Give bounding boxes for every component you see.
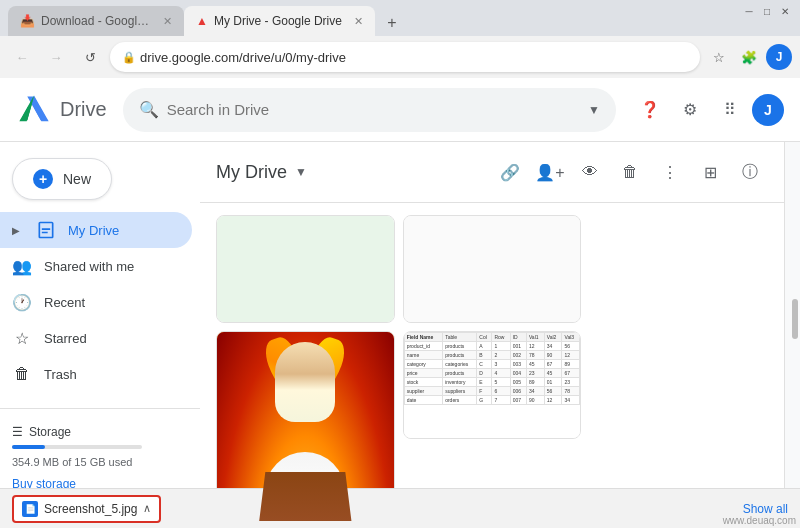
- sidebar-starred-label: Starred: [44, 331, 87, 346]
- right-panel: [784, 142, 800, 528]
- sidebar-trash-label: Trash: [44, 367, 77, 382]
- settings-button[interactable]: ⚙: [672, 92, 708, 128]
- file-card-monthly-basis[interactable]: + Monthly Basis: [216, 215, 395, 323]
- new-tab-button[interactable]: +: [379, 10, 405, 36]
- more-options-button[interactable]: ⋮: [652, 154, 688, 190]
- sidebar: + New ▶ My Drive 👥 Shared with me: [0, 142, 200, 528]
- grid-view-button[interactable]: ⊞: [692, 154, 728, 190]
- sidebar-item-recent[interactable]: 🕐 Recent: [0, 284, 192, 320]
- apps-button[interactable]: ⠿: [712, 92, 748, 128]
- trash-icon: 🗑: [12, 364, 32, 384]
- delete-button[interactable]: 🗑: [612, 154, 648, 190]
- search-bar[interactable]: 🔍 ▼: [123, 88, 616, 132]
- sidebar-item-trash[interactable]: 🗑 Trash: [0, 356, 192, 392]
- recent-icon: 🕐: [12, 292, 32, 312]
- preview-button[interactable]: 👁: [572, 154, 608, 190]
- address-bar[interactable]: 🔒 drive.google.com/drive/u/0/my-drive: [110, 42, 700, 72]
- back-button[interactable]: ←: [8, 43, 36, 71]
- new-plus-icon: +: [33, 169, 53, 189]
- help-button[interactable]: ❓: [632, 92, 668, 128]
- address-text: drive.google.com/drive/u/0/my-drive: [140, 50, 346, 65]
- file-thumb-s-rar: [404, 216, 581, 323]
- tab-close-download[interactable]: ✕: [163, 15, 172, 28]
- scrollbar-thumb[interactable]: [792, 299, 798, 339]
- search-input[interactable]: [167, 101, 580, 118]
- add-person-button[interactable]: 👤+: [532, 154, 568, 190]
- download-file-icon: 📄: [22, 501, 38, 517]
- file-thumb-monthly-basis: [217, 216, 394, 323]
- svg-marker-8: [34, 95, 49, 121]
- storage-icon: ☰: [12, 425, 23, 439]
- drive-logo-text: Drive: [60, 98, 107, 121]
- sidebar-recent-label: Recent: [44, 295, 85, 310]
- watermark: www.deuaq.com: [719, 513, 800, 528]
- file-thumb-spreadsheet: Field Name Table Col Row ID Val1 Val2 Va…: [404, 332, 581, 439]
- sidebar-item-starred[interactable]: ☆ Starred: [0, 320, 192, 356]
- shared-icon: 👥: [12, 256, 32, 276]
- storage-used-text: 354.9 MB of 15 GB used: [12, 456, 132, 468]
- sidebar-arrow-icon: ▶: [12, 225, 20, 236]
- minimize-button[interactable]: ─: [742, 4, 756, 18]
- drive-logo: Drive: [16, 92, 107, 128]
- file-grid: + Monthly Basis ≡ S.rar: [200, 203, 784, 528]
- bookmark-icon[interactable]: ☆: [706, 44, 732, 70]
- storage-bar-background: [12, 445, 142, 449]
- tab-favicon-download: 📥: [20, 14, 35, 28]
- download-file-name: Screenshot_5.jpg: [44, 502, 137, 516]
- starred-icon: ☆: [12, 328, 32, 348]
- sidebar-item-my-drive[interactable]: ▶ My Drive: [0, 212, 192, 248]
- sidebar-my-drive-label: My Drive: [68, 223, 119, 238]
- tab-title-mydrive: My Drive - Google Drive: [214, 14, 342, 28]
- browser-tab-mydrive[interactable]: ▲ My Drive - Google Drive ✕: [184, 6, 375, 36]
- browser-tab-download[interactable]: 📥 Download - Google Drive ✕: [8, 6, 184, 36]
- my-drive-icon: [36, 220, 56, 240]
- tab-title-download: Download - Google Drive: [41, 14, 151, 28]
- sidebar-shared-label: Shared with me: [44, 259, 134, 274]
- content-area: My Drive ▼ 🔗 👤+ 👁 🗑 ⋮ ⊞ ⓘ: [200, 142, 784, 528]
- browser-profile-avatar[interactable]: J: [766, 44, 792, 70]
- tab-favicon-mydrive: ▲: [196, 14, 208, 28]
- download-item[interactable]: 📄 Screenshot_5.jpg ∧: [12, 495, 161, 523]
- search-dropdown-icon[interactable]: ▼: [588, 103, 600, 117]
- new-button[interactable]: + New: [12, 158, 112, 200]
- file-card-spreadsheet[interactable]: Field Name Table Col Row ID Val1 Val2 Va…: [403, 331, 582, 439]
- content-title: My Drive: [216, 162, 287, 183]
- content-actions: 🔗 👤+ 👁 🗑 ⋮ ⊞ ⓘ: [492, 154, 768, 190]
- drive-logo-icon: [16, 92, 52, 128]
- reload-button[interactable]: ↺: [76, 43, 104, 71]
- info-button[interactable]: ⓘ: [732, 154, 768, 190]
- sidebar-item-shared[interactable]: 👥 Shared with me: [0, 248, 192, 284]
- lock-icon: 🔒: [122, 51, 136, 64]
- title-dropdown-icon[interactable]: ▼: [295, 165, 307, 179]
- storage-bar-fill: [12, 445, 45, 449]
- download-bar: 📄 Screenshot_5.jpg ∧ Show all: [0, 488, 800, 528]
- tab-close-mydrive[interactable]: ✕: [354, 15, 363, 28]
- forward-button[interactable]: →: [42, 43, 70, 71]
- new-button-label: New: [63, 171, 91, 187]
- close-button[interactable]: ✕: [778, 4, 792, 18]
- storage-section: ☰ Storage 354.9 MB of 15 GB used: [0, 417, 200, 473]
- maximize-button[interactable]: □: [760, 4, 774, 18]
- file-card-s-rar[interactable]: ≡ S.rar: [403, 215, 582, 323]
- search-icon: 🔍: [139, 100, 159, 119]
- storage-label: Storage: [29, 425, 71, 439]
- extension-icon[interactable]: 🧩: [736, 44, 762, 70]
- download-chevron-icon[interactable]: ∧: [143, 502, 151, 515]
- link-button[interactable]: 🔗: [492, 154, 528, 190]
- user-avatar[interactable]: J: [752, 94, 784, 126]
